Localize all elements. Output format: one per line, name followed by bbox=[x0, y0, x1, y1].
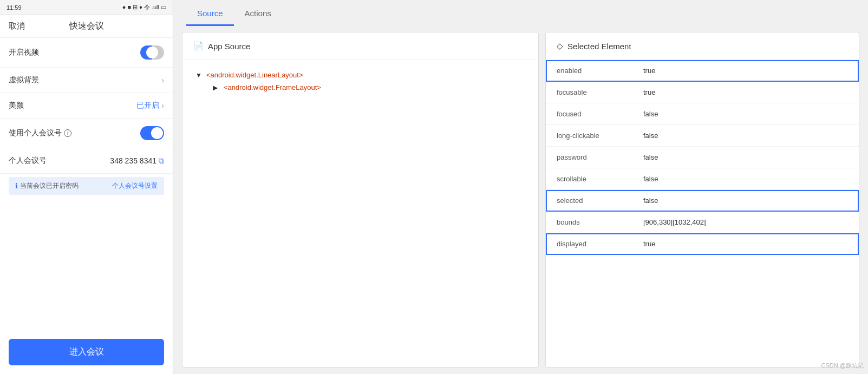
main-content: Source Actions 📄 App Source ▼ <android.w… bbox=[173, 0, 868, 374]
element-panel-title: Selected Element bbox=[567, 42, 631, 51]
attr-value-displayed: true bbox=[632, 233, 859, 255]
element-panel: ◇ Selected Element enabledtruefocusablet… bbox=[545, 32, 859, 368]
source-panel: 📄 App Source ▼ <android.widget.LinearLay… bbox=[182, 32, 539, 368]
attr-key-selected: selected bbox=[546, 190, 632, 212]
attr-value-scrollable: false bbox=[632, 168, 859, 190]
attr-key-displayed: displayed bbox=[546, 233, 632, 255]
tabs-bar: Source Actions bbox=[173, 0, 868, 25]
phone-status-icons: ● ■ ⊞ ♦ 令 .ull ▭ bbox=[122, 3, 166, 11]
setting-label-meeting-id: 个人会议号 bbox=[9, 156, 47, 166]
attribute-row-password: passwordfalse bbox=[546, 147, 859, 168]
setting-row-personal-id: 使用个人会议号 i bbox=[0, 119, 173, 148]
attribute-row-focusable: focusabletrue bbox=[546, 82, 859, 103]
attr-value-focused: false bbox=[632, 103, 859, 125]
beauty-status: 已开启 bbox=[136, 101, 159, 110]
personal-id-settings-link[interactable]: 个人会议号设置 bbox=[112, 181, 158, 191]
attribute-row-bounds: bounds[906,330][1032,402] bbox=[546, 212, 859, 233]
tree-label-framelayout: <android.widget.FrameLayout> bbox=[224, 83, 321, 91]
element-attributes-table: enabledtruefocusabletruefocusedfalselong… bbox=[546, 60, 859, 255]
attr-key-enabled: enabled bbox=[546, 60, 632, 82]
attr-value-bounds: [906,330][1032,402] bbox=[632, 212, 859, 233]
source-panel-icon: 📄 bbox=[193, 41, 204, 51]
tree-label-linearlayout: <android.widget.LinearLayout> bbox=[206, 71, 303, 79]
info-bar-text: 当前会议已开启密码 bbox=[20, 181, 79, 191]
video-toggle[interactable] bbox=[140, 45, 164, 60]
copy-icon[interactable]: ⧉ bbox=[159, 156, 164, 166]
attr-value-long-clickable: false bbox=[632, 125, 859, 147]
beauty-arrow-icon: › bbox=[161, 101, 164, 110]
tab-actions[interactable]: Actions bbox=[234, 0, 282, 26]
tab-source[interactable]: Source bbox=[186, 0, 234, 26]
setting-row-virtual-bg[interactable]: 虚拟背景 › bbox=[0, 68, 173, 93]
tree-toggle-expand[interactable]: ▼ bbox=[195, 71, 203, 79]
phone-time: 11:59 bbox=[6, 4, 22, 11]
attr-value-selected: false bbox=[632, 190, 859, 212]
info-bar-container: ℹ 当前会议已开启密码 个人会议号设置 bbox=[0, 174, 173, 198]
setting-row-meeting-id: 个人会议号 348 235 8341 ⧉ bbox=[0, 148, 173, 174]
content-area: 📄 App Source ▼ <android.widget.LinearLay… bbox=[173, 25, 868, 374]
attr-key-scrollable: scrollable bbox=[546, 168, 632, 190]
attr-key-password: password bbox=[546, 147, 632, 168]
info-bar-left: ℹ 当前会议已开启密码 bbox=[15, 181, 79, 191]
source-panel-body: ▼ <android.widget.LinearLayout> ▶ <andro… bbox=[182, 60, 538, 102]
element-panel-icon: ◇ bbox=[557, 41, 563, 51]
element-panel-header: ◇ Selected Element bbox=[546, 32, 859, 60]
attribute-row-selected: selectedfalse bbox=[546, 190, 859, 212]
tree-row-framelayout[interactable]: ▶ <android.widget.FrameLayout> bbox=[208, 81, 530, 94]
personal-id-toggle[interactable] bbox=[140, 126, 164, 140]
attribute-row-displayed: displayedtrue bbox=[546, 233, 859, 255]
setting-label-virtual-bg: 虚拟背景 bbox=[9, 75, 39, 85]
phone-panel: 11:59 ● ■ ⊞ ♦ 令 .ull ▭ 取消 快速会议 开启视频 虚拟背景… bbox=[0, 0, 173, 374]
attr-value-enabled: true bbox=[632, 60, 859, 82]
setting-label-beauty: 美颜 bbox=[9, 101, 24, 110]
watermark: CSDN @踩坑记 bbox=[821, 362, 864, 370]
attribute-row-long-clickable: long-clickablefalse bbox=[546, 125, 859, 147]
setting-row-video: 开启视频 bbox=[0, 38, 173, 68]
setting-label-video: 开启视频 bbox=[9, 48, 39, 57]
source-panel-header: 📄 App Source bbox=[182, 32, 538, 60]
attr-value-password: false bbox=[632, 147, 859, 168]
phone-title-bar: 取消 快速会议 bbox=[0, 15, 173, 38]
phone-status-bar: 11:59 ● ■ ⊞ ♦ 令 .ull ▭ bbox=[0, 0, 173, 15]
join-meeting-button[interactable]: 进入会议 bbox=[9, 339, 164, 365]
info-bar: ℹ 当前会议已开启密码 个人会议号设置 bbox=[9, 177, 164, 195]
attribute-row-enabled: enabledtrue bbox=[546, 60, 859, 82]
info-circle-icon: ℹ bbox=[15, 182, 18, 190]
phone-screen-title: 快速会议 bbox=[69, 21, 104, 32]
tree-row-linearlayout[interactable]: ▼ <android.widget.LinearLayout> bbox=[191, 69, 530, 81]
setting-label-personal-id: 使用个人会议号 bbox=[9, 128, 62, 138]
attribute-row-focused: focusedfalse bbox=[546, 103, 859, 125]
attribute-row-scrollable: scrollablefalse bbox=[546, 168, 859, 190]
arrow-right-icon: › bbox=[161, 76, 164, 84]
tree-node-linearlayout: ▼ <android.widget.LinearLayout> ▶ <andro… bbox=[191, 67, 530, 96]
attr-key-focused: focused bbox=[546, 103, 632, 125]
info-icon: i bbox=[64, 129, 71, 137]
attr-value-focusable: true bbox=[632, 82, 859, 103]
attr-key-bounds: bounds bbox=[546, 212, 632, 233]
setting-row-beauty[interactable]: 美颜 已开启 › bbox=[0, 93, 173, 119]
source-panel-title: App Source bbox=[208, 42, 250, 51]
tree-children: ▶ <android.widget.FrameLayout> bbox=[208, 81, 530, 94]
tree-toggle-collapsed[interactable]: ▶ bbox=[213, 84, 220, 91]
attr-key-focusable: focusable bbox=[546, 82, 632, 103]
meeting-id-value: 348 235 8341 bbox=[110, 156, 156, 165]
attr-key-long-clickable: long-clickable bbox=[546, 125, 632, 147]
cancel-button[interactable]: 取消 bbox=[9, 21, 25, 31]
